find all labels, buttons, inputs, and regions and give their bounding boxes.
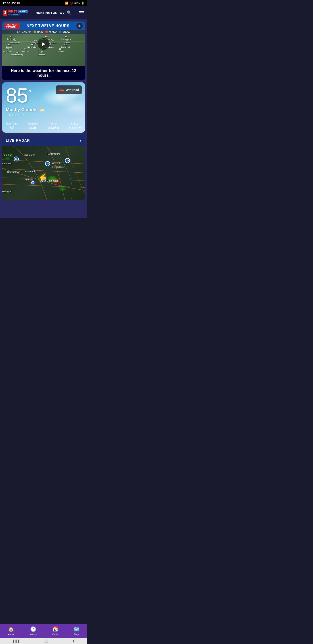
stat-wind: Wind SSW 6 bbox=[48, 122, 59, 130]
map-city-ashland: Ashland bbox=[24, 178, 33, 181]
logo-alert: ALERT bbox=[18, 10, 28, 13]
wifi-icon: 📶 bbox=[65, 2, 68, 5]
main-content: FIRST ALERTWEATHER NEXT TWELVE HOURS 🔇 S… bbox=[0, 19, 87, 218]
svg-line-3 bbox=[2, 184, 85, 188]
map-city-lexington: ·exington bbox=[2, 190, 12, 193]
weather-content: 85 ° 🚗 Wet road Mostly Cloudy ⛅ Feels Li… bbox=[2, 82, 85, 132]
condition-text: Mostly Cloudy bbox=[6, 107, 36, 112]
play-button[interactable]: ▶ bbox=[37, 38, 50, 50]
video-time-label: SAT 1:00 AM 🟢 RAIN 🔴 MIXED 🔵 SNOW bbox=[2, 30, 85, 34]
wet-road-icon: 🚗 bbox=[58, 87, 64, 92]
highway-71: 71 bbox=[14, 156, 19, 162]
feels-like: Feels Like 91° bbox=[6, 113, 81, 116]
radar-header[interactable]: LIVE RADAR › bbox=[2, 135, 85, 146]
video-card: FIRST ALERTWEATHER NEXT TWELVE HOURS 🔇 S… bbox=[2, 22, 85, 80]
location-dot bbox=[31, 181, 34, 184]
city-temp: 70Lexington bbox=[3, 48, 12, 52]
map-city-portsmouth: Portsmouth bbox=[24, 170, 36, 172]
city-temp: 67Spencer bbox=[49, 39, 56, 44]
radar-chevron-icon[interactable]: › bbox=[79, 138, 81, 143]
city-temp: 68Huntington bbox=[27, 44, 37, 48]
city-temp: 68Portsmouth bbox=[10, 39, 20, 44]
video-title: NEXT TWELVE HOURS bbox=[20, 24, 76, 28]
radar-blip-green-3 bbox=[5, 157, 10, 160]
map-city-chillicothe: Chillicothe bbox=[24, 154, 35, 156]
condition-row: Mostly Cloudy ⛅ bbox=[6, 106, 81, 113]
stat-dew-point: Dew Point 71° bbox=[6, 122, 18, 130]
city-temp: 68Lewisburg bbox=[56, 48, 64, 52]
state-label: WESTVIRGINIA bbox=[52, 161, 65, 169]
logo: 3 FIRST ALERT WEATHER bbox=[3, 10, 28, 16]
map-city-hamilton: ·hamilton bbox=[2, 154, 12, 156]
logo-first-text: FIRST bbox=[8, 10, 17, 13]
notification-icon: ✉ bbox=[17, 2, 20, 5]
map-city-cincinnati: ·ncinnati bbox=[2, 162, 11, 165]
mute-button[interactable]: 🔇 bbox=[76, 23, 83, 29]
degree-symbol: ° bbox=[28, 88, 31, 98]
video-thumbnail[interactable]: FIRST ALERTWEATHER NEXT TWELVE HOURS 🔇 S… bbox=[2, 22, 85, 66]
condition-icon: ⛅ bbox=[38, 106, 45, 113]
app-header: 3 FIRST ALERT WEATHER HUNTINGTON, WV 🔍 bbox=[0, 6, 87, 19]
logo-first: FIRST bbox=[8, 10, 17, 13]
time: 12:30 bbox=[3, 2, 10, 5]
stat-sunset: Sunset 8:37 PM bbox=[69, 122, 81, 130]
logo-text: FIRST ALERT WEATHER bbox=[8, 10, 28, 16]
map-city-charleston: Charleston bbox=[47, 180, 58, 182]
wet-road-badge: 🚗 Wet road bbox=[56, 86, 82, 94]
status-bar: 12:30 85° ✉ 📶 🚫 69% 🔋 bbox=[0, 0, 87, 6]
search-icon[interactable]: 🔍 bbox=[67, 10, 72, 15]
logo-weather: WEATHER bbox=[8, 13, 28, 16]
temperature-value: 85 bbox=[6, 86, 28, 106]
video-badge: FIRST ALERTWEATHER bbox=[4, 23, 20, 28]
status-left: 12:30 85° ✉ bbox=[3, 2, 20, 5]
status-right: 📶 🚫 69% 🔋 bbox=[65, 2, 84, 5]
stat-humidity: Humidity 62% bbox=[28, 122, 38, 130]
logo-badge: 3 bbox=[3, 10, 7, 16]
location-label: HUNTINGTON, WV bbox=[35, 11, 64, 14]
map-city-parkersburg: Parkersburg bbox=[47, 153, 60, 155]
weather-stats: Dew Point 71° Humidity 62% Wind SSW 6 Su… bbox=[6, 120, 81, 130]
map-city-georgetown: Georgetown bbox=[7, 171, 20, 173]
radar-map[interactable]: ·hamilton Chillicothe Parkersburg ·ncinn… bbox=[2, 146, 85, 200]
video-caption: Here is the weather for the next 12 hour… bbox=[2, 66, 85, 80]
weather-card: 85 ° 🚗 Wet road Mostly Cloudy ⛅ Feels Li… bbox=[2, 82, 85, 132]
battery-icon: 🔋 bbox=[81, 2, 84, 5]
radar-title: LIVE RADAR bbox=[6, 139, 30, 143]
city-temp: 65Elkins bbox=[64, 39, 70, 44]
location-search[interactable]: HUNTINGTON, WV 🔍 bbox=[35, 10, 71, 15]
lightning-icon: ⚡ bbox=[38, 173, 48, 182]
battery-percent: 69% bbox=[74, 2, 80, 5]
radar-blip-green-2 bbox=[58, 186, 66, 191]
video-overlay-top: FIRST ALERTWEATHER NEXT TWELVE HOURS 🔇 bbox=[2, 22, 85, 30]
highway-79: 79 bbox=[65, 158, 70, 163]
radar-card: LIVE RADAR › bbox=[2, 135, 85, 200]
city-temp: 70Beckley bbox=[38, 51, 45, 56]
dnd-icon: 🚫 bbox=[70, 2, 73, 5]
city-temp: 63Richwood bbox=[61, 44, 70, 48]
city-temp: 70Prestonsburg bbox=[11, 51, 23, 56]
wet-road-label: Wet road bbox=[66, 88, 79, 92]
city-temp: 68Grayson bbox=[6, 44, 13, 48]
temperature-status: 85° bbox=[11, 2, 16, 5]
hamburger-menu[interactable] bbox=[79, 11, 84, 14]
logo-number: 3 bbox=[4, 11, 6, 14]
